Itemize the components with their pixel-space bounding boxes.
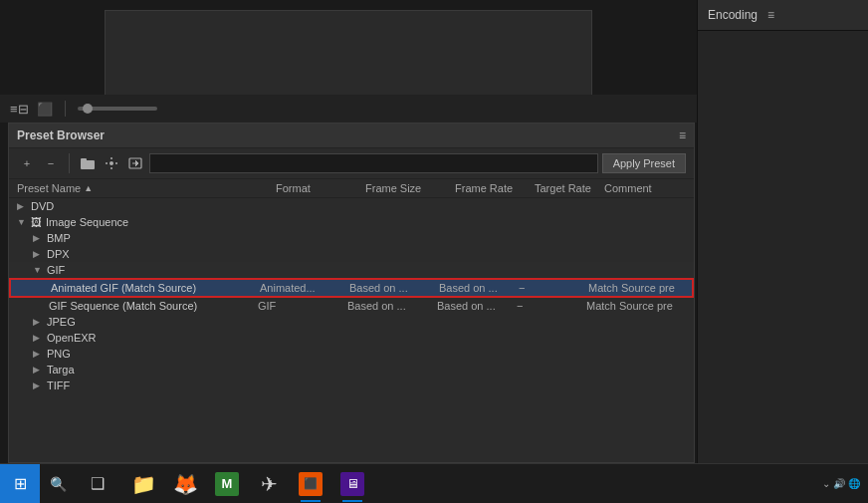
jpeg-toggle: ▶ (33, 317, 43, 327)
columns-header: Preset Name ▲ Format Frame Size Frame Ra… (9, 179, 694, 198)
image-seq-folder-icon: 🖼 (31, 216, 42, 228)
add-preset-button[interactable]: + (17, 153, 37, 173)
gif-sequence-label: GIF Sequence (Match Source) (49, 300, 258, 312)
col-header-comment: Comment (604, 182, 686, 194)
separator (65, 101, 66, 117)
gif-sequence-target-rate: − (517, 300, 586, 312)
gif-sequence-format: GIF (258, 300, 347, 312)
toolbar-separator-1 (69, 153, 70, 173)
taskbar-app-orange[interactable]: ⬛ (291, 464, 330, 504)
tree-item-gif-sequence[interactable]: GIF Sequence (Match Source) GIF Based on… (9, 298, 694, 314)
gif-label: GIF (47, 264, 65, 276)
task-view-button[interactable]: ❑ (80, 464, 115, 504)
grid-view-icon[interactable]: ⬛ (37, 102, 53, 117)
preset-browser-title: Preset Browser (17, 128, 105, 142)
tree-item-openexr[interactable]: ▶ OpenEXR (9, 330, 694, 346)
tree-item-bmp[interactable]: ▶ BMP (9, 230, 694, 246)
col-header-target-rate: Target Rate (535, 182, 604, 194)
task-view-icon: ❑ (91, 474, 105, 493)
taskbar-firefox[interactable]: 🦊 (165, 464, 205, 504)
taskbar-tray: ⌄ 🔊 🌐 (822, 478, 868, 489)
explorer-icon: 📁 (131, 472, 156, 496)
firefox-icon: 🦊 (173, 472, 198, 496)
right-encoding-panel: Encoding ≡ (697, 0, 868, 503)
preset-browser-header: Preset Browser ≡ (9, 124, 694, 148)
encoding-menu-icon[interactable]: ≡ (767, 8, 774, 22)
tray-icons: ⌄ 🔊 🌐 (822, 478, 860, 489)
preset-browser: Preset Browser ≡ + − Apply Preset Preset… (8, 123, 695, 463)
search-icon: 🔍 (50, 476, 67, 492)
image-seq-toggle: ▼ (17, 217, 27, 227)
remove-preset-button[interactable]: − (41, 153, 61, 173)
dpx-label: DPX (47, 248, 70, 260)
preset-browser-menu-icon[interactable]: ≡ (679, 128, 686, 142)
col-header-frame-size: Frame Size (365, 182, 455, 194)
gif-sequence-frame-size: Based on ... (347, 300, 437, 312)
animated-gif-frame-rate: Based on ... (439, 282, 519, 294)
openexr-label: OpenEXR (47, 332, 97, 344)
encoding-label: Encoding (708, 8, 758, 22)
bmp-label: BMP (47, 232, 71, 244)
tiff-label: TIFF (47, 379, 70, 391)
telegram-icon: ✈ (261, 472, 278, 496)
image-sequence-label: Image Sequence (46, 216, 128, 228)
app-green-icon: M (215, 472, 239, 496)
jpeg-label: JPEG (47, 316, 76, 328)
taskbar-telegram[interactable]: ✈ (249, 464, 289, 504)
bmp-toggle: ▶ (33, 233, 43, 243)
dpx-toggle: ▶ (33, 249, 43, 259)
dvd-toggle: ▶ (17, 201, 27, 211)
app-orange-icon: ⬛ (299, 472, 323, 496)
dvd-label: DVD (31, 200, 54, 212)
gif-sequence-frame-rate: Based on ... (437, 300, 517, 312)
svg-point-2 (109, 161, 113, 165)
import-button[interactable] (125, 153, 145, 173)
col-header-preset-name: Preset Name ▲ (17, 182, 276, 194)
animated-gif-label: Animated GIF (Match Source) (51, 282, 260, 294)
app-purple-icon: 🖥 (340, 472, 364, 496)
col-header-format: Format (276, 182, 365, 194)
taskbar-search-button[interactable]: 🔍 (40, 464, 76, 504)
settings-button[interactable] (102, 153, 121, 173)
png-label: PNG (47, 348, 71, 360)
col-header-frame-rate: Frame Rate (455, 182, 535, 194)
taskbar-app-green[interactable]: M (207, 464, 247, 504)
encoding-header: Encoding ≡ (698, 0, 868, 31)
search-input[interactable] (149, 153, 598, 173)
targa-toggle: ▶ (33, 365, 43, 375)
start-button[interactable]: ⊞ (0, 464, 40, 504)
controls-row: ≡⊟ ⬛ (0, 95, 697, 123)
tree-item-dvd[interactable]: ▶ DVD (9, 198, 694, 214)
taskbar-explorer[interactable]: 📁 (123, 464, 163, 504)
tree-item-png[interactable]: ▶ PNG (9, 346, 694, 362)
tree-item-tiff[interactable]: ▶ TIFF (9, 377, 694, 393)
taskbar: ⊞ 🔍 ❑ 📁 🦊 M ✈ ⬛ 🖥 ⌄ 🔊 🌐 (0, 463, 868, 503)
taskbar-app-purple[interactable]: 🖥 (332, 464, 372, 504)
tree-item-targa[interactable]: ▶ Targa (9, 362, 694, 377)
list-view-icon[interactable]: ≡⊟ (10, 102, 29, 117)
new-folder-button[interactable] (78, 153, 98, 173)
openexr-toggle: ▶ (33, 333, 43, 343)
tree-item-jpeg[interactable]: ▶ JPEG (9, 314, 694, 330)
animated-gif-format: Animated... (260, 282, 349, 294)
apply-preset-button[interactable]: Apply Preset (602, 153, 686, 173)
tiff-toggle: ▶ (33, 380, 43, 390)
animated-gif-frame-size: Based on ... (349, 282, 439, 294)
gif-sequence-comment: Match Source pre (586, 300, 686, 312)
tree-item-gif[interactable]: ▼ GIF (9, 262, 694, 278)
tree-item-animated-gif[interactable]: Animated GIF (Match Source) Animated... … (9, 278, 694, 298)
preset-tree: ▶ DVD ▼ 🖼 Image Sequence ▶ BMP ▶ DPX ▼ G… (9, 198, 694, 472)
svg-rect-1 (81, 158, 87, 161)
timeline-slider[interactable] (78, 107, 157, 111)
taskbar-pinned-items: 📁 🦊 M ✈ ⬛ 🖥 (119, 464, 376, 504)
animated-gif-comment: Match Source pre (588, 282, 684, 294)
png-toggle: ▶ (33, 349, 43, 359)
gif-toggle: ▼ (33, 265, 43, 275)
preset-toolbar: + − Apply Preset (9, 148, 694, 179)
tree-item-image-sequence[interactable]: ▼ 🖼 Image Sequence (9, 214, 694, 230)
animated-gif-target-rate: − (519, 282, 588, 294)
targa-label: Targa (47, 364, 75, 376)
tree-item-dpx[interactable]: ▶ DPX (9, 246, 694, 262)
svg-rect-0 (81, 160, 95, 169)
windows-icon: ⊞ (14, 474, 27, 493)
